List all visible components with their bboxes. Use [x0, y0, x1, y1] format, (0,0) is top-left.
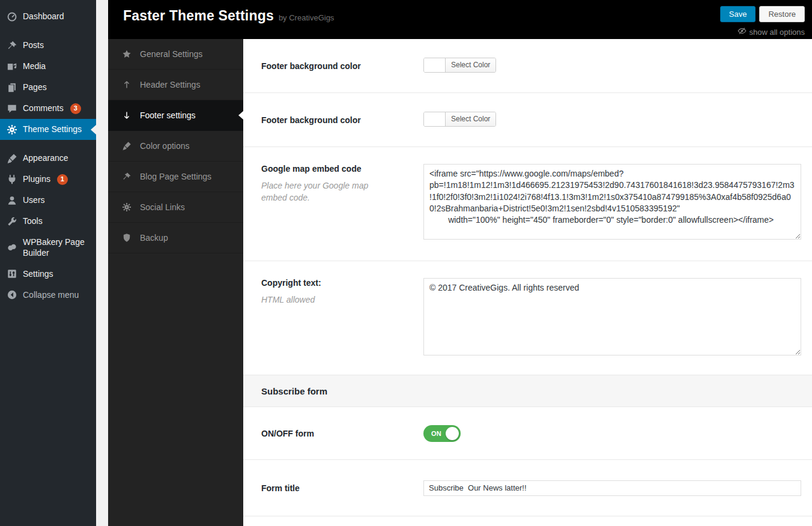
sidebar-item-label: Users	[23, 195, 45, 205]
sidebar-item-label: Collapse menu	[23, 289, 79, 300]
brush-icon	[6, 153, 17, 164]
theme-settings-tabs: General SettingsHeader SettingsFooter se…	[108, 39, 243, 526]
color-swatch	[424, 58, 446, 72]
footer-background-color-row-2: Footer background color Select Color	[243, 93, 812, 147]
onoff-form-row: ON/OFF form ON	[243, 407, 812, 460]
gear-icon	[6, 124, 17, 135]
tab-header-settings[interactable]: Header Settings	[108, 70, 243, 100]
sidebar-item-label: Pages	[23, 82, 47, 92]
sidebar-item-tools[interactable]: Tools	[0, 211, 96, 232]
toggle-state-label: ON	[431, 430, 441, 437]
copyright-text-row: Copyright text: HTML allowed © 2017 Crea…	[243, 261, 812, 375]
header-actions: Save Restore show all options	[720, 0, 805, 39]
field-label: Copyright text:	[261, 278, 423, 288]
tab-label: Social Links	[140, 202, 185, 212]
comment-icon	[6, 103, 17, 114]
sidebar-item-users[interactable]: Users	[0, 190, 96, 211]
sidebar-item-label: Posts	[23, 40, 44, 50]
brush-icon	[121, 141, 132, 151]
select-color-label: Select Color	[446, 112, 495, 126]
sidebar-item-pages[interactable]: Pages	[0, 77, 96, 98]
save-button[interactable]: Save	[720, 6, 756, 22]
footer-background-color-row-1: Footer background color Select Color	[243, 39, 812, 93]
settings-content: Footer background color Select Color Foo…	[243, 39, 812, 526]
sliders-icon	[6, 268, 17, 279]
sidebar-item-theme-settings[interactable]: Theme Settings	[0, 119, 96, 140]
tab-footer-settings[interactable]: Footer settings	[108, 100, 243, 131]
color-swatch	[424, 112, 446, 126]
sidebar-item-label: Plugins	[23, 174, 50, 184]
sidebar-item-media[interactable]: Media	[0, 56, 96, 77]
field-label: Footer background color	[261, 115, 423, 125]
sidebar-item-label: Dashboard	[23, 11, 64, 22]
sidebar-item-label: Appearance	[23, 153, 68, 163]
sidebar-item-label: Comments	[23, 103, 64, 113]
sidebar-item-appearance[interactable]: Appearance	[0, 148, 96, 169]
restore-button[interactable]: Restore	[759, 6, 805, 22]
form-title-input[interactable]	[423, 480, 801, 496]
sidebar-item-collapse-menu[interactable]: Collapse menu	[0, 284, 96, 305]
copyright-textarea[interactable]: © 2017 CreativeGigs. All rights reserved	[423, 278, 801, 355]
gear-icon	[121, 202, 132, 213]
show-all-options-label: show all options	[750, 28, 805, 37]
tab-label: Blog Page Settings	[140, 172, 211, 181]
pushpin-icon	[121, 172, 132, 182]
tab-social-links[interactable]: Social Links	[108, 192, 243, 223]
form-title-row: Form title	[243, 460, 812, 516]
sidebar-item-label: WPBakery Page Builder	[23, 237, 92, 258]
field-label: ON/OFF form	[261, 429, 423, 438]
wp-admin-sidebar: DashboardPostsMediaPagesComments3Theme S…	[0, 0, 96, 526]
sidebar-item-comments[interactable]: Comments3	[0, 98, 96, 119]
sidebar-item-label: Media	[23, 61, 46, 71]
tab-label: Footer settings	[140, 110, 196, 120]
show-all-options-link[interactable]: show all options	[738, 26, 805, 37]
eye-slash-icon	[738, 26, 747, 37]
sidebar-item-plugins[interactable]: Plugins1	[0, 169, 96, 190]
plug-icon	[6, 174, 17, 185]
sidebar-item-settings[interactable]: Settings	[0, 263, 96, 284]
select-color-button[interactable]: Select Color	[423, 58, 496, 73]
admin-background-strip	[96, 0, 108, 526]
collapse-icon	[6, 289, 17, 300]
section-title: Subscribe form	[261, 386, 327, 396]
field-hint: HTML allowed	[261, 294, 390, 306]
media-icon	[6, 61, 17, 72]
subscribe-form-section-header: Subscribe form	[243, 375, 812, 407]
count-badge: 1	[57, 174, 68, 185]
tab-blog-page-settings[interactable]: Blog Page Settings	[108, 162, 243, 192]
field-label: Google map embed code	[261, 164, 423, 174]
sidebar-item-posts[interactable]: Posts	[0, 35, 96, 56]
theme-settings-header: Faster Theme Settings by CreativeGigs Sa…	[108, 0, 812, 39]
sidebar-item-label: Settings	[23, 268, 53, 279]
select-color-label: Select Color	[446, 58, 495, 72]
tab-color-options[interactable]: Color options	[108, 131, 243, 162]
tab-label: General Settings	[140, 49, 202, 59]
sidebar-item-label: Tools	[23, 216, 43, 226]
onoff-toggle[interactable]: ON	[423, 425, 461, 442]
page-byline: by CreativeGigs	[279, 13, 334, 22]
tab-general-settings[interactable]: General Settings	[108, 39, 243, 70]
sidebar-item-dashboard[interactable]: Dashboard	[0, 6, 96, 27]
wpbakery-icon	[6, 242, 17, 253]
star-icon	[121, 49, 132, 59]
pushpin-icon	[6, 40, 17, 51]
theme-settings-panel: Faster Theme Settings by CreativeGigs Sa…	[108, 0, 812, 526]
pages-icon	[6, 82, 17, 93]
tab-label: Color options	[140, 141, 190, 151]
field-label: Footer background color	[261, 61, 423, 71]
field-label: Form title	[261, 483, 423, 493]
gauge-icon	[6, 11, 17, 22]
shield-icon	[121, 233, 132, 243]
google-map-embed-textarea[interactable]: <iframe src="https://www.google.com/maps…	[423, 164, 801, 240]
count-badge: 3	[70, 103, 81, 114]
field-hint: Place here your Google map embed code.	[261, 180, 390, 204]
select-color-button[interactable]: Select Color	[423, 112, 496, 127]
user-icon	[6, 195, 17, 206]
tab-label: Header Settings	[140, 80, 200, 89]
tab-label: Backup	[140, 233, 168, 243]
page-title-group: Faster Theme Settings by CreativeGigs	[123, 8, 334, 39]
page-title: Faster Theme Settings	[123, 8, 274, 24]
tab-backup[interactable]: Backup	[108, 223, 243, 253]
sidebar-item-wpbakery-page-builder[interactable]: WPBakery Page Builder	[0, 232, 96, 263]
sidebar-item-label: Theme Settings	[23, 124, 82, 135]
